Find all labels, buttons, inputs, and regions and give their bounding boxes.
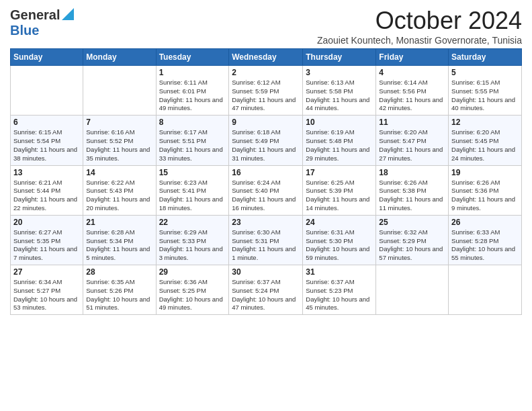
calendar-cell xyxy=(449,265,522,315)
logo-blue: Blue xyxy=(10,23,39,38)
cell-sun-info: Sunrise: 6:22 AMSunset: 5:43 PMDaylight:… xyxy=(86,179,152,213)
calendar-cell: 3Sunrise: 6:13 AMSunset: 5:58 PMDaylight… xyxy=(303,66,376,116)
cell-sun-info: Sunrise: 6:11 AMSunset: 6:01 PMDaylight:… xyxy=(159,79,226,113)
day-number: 20 xyxy=(13,218,80,227)
logo-triangle-icon xyxy=(62,8,74,23)
day-number: 9 xyxy=(232,118,300,127)
cell-sun-info: Sunrise: 6:17 AMSunset: 5:51 PMDaylight:… xyxy=(159,128,226,163)
calendar-week-row: 20Sunrise: 6:27 AMSunset: 5:35 PMDayligh… xyxy=(11,215,522,265)
col-header-friday: Friday xyxy=(376,49,449,66)
calendar-cell: 23Sunrise: 6:30 AMSunset: 5:31 PMDayligh… xyxy=(229,215,303,265)
cell-sun-info: Sunrise: 6:27 AMSunset: 5:35 PMDaylight:… xyxy=(13,228,80,263)
day-number: 12 xyxy=(451,118,519,127)
cell-sun-info: Sunrise: 6:29 AMSunset: 5:33 PMDaylight:… xyxy=(159,228,226,263)
calendar-cell: 8Sunrise: 6:17 AMSunset: 5:51 PMDaylight… xyxy=(156,116,229,165)
calendar-cell: 13Sunrise: 6:21 AMSunset: 5:44 PMDayligh… xyxy=(11,165,83,215)
cell-sun-info: Sunrise: 6:34 AMSunset: 5:27 PMDaylight:… xyxy=(13,278,80,312)
col-header-monday: Monday xyxy=(83,49,156,66)
calendar-cell xyxy=(83,66,156,116)
calendar-cell: 20Sunrise: 6:27 AMSunset: 5:35 PMDayligh… xyxy=(11,215,83,265)
cell-sun-info: Sunrise: 6:19 AMSunset: 5:48 PMDaylight:… xyxy=(306,128,373,163)
day-number: 15 xyxy=(159,168,226,177)
day-number: 25 xyxy=(379,218,445,227)
calendar-week-row: 1Sunrise: 6:11 AMSunset: 6:01 PMDaylight… xyxy=(11,66,522,116)
day-number: 21 xyxy=(86,218,152,227)
cell-sun-info: Sunrise: 6:15 AMSunset: 5:54 PMDaylight:… xyxy=(13,128,80,163)
day-number: 31 xyxy=(306,267,373,277)
cell-sun-info: Sunrise: 6:26 AMSunset: 5:36 PMDaylight:… xyxy=(451,179,519,213)
calendar-cell: 26Sunrise: 6:33 AMSunset: 5:28 PMDayligh… xyxy=(449,215,522,265)
calendar-cell: 4Sunrise: 6:14 AMSunset: 5:56 PMDaylight… xyxy=(376,66,449,116)
logo-general: General xyxy=(10,7,60,23)
cell-sun-info: Sunrise: 6:37 AMSunset: 5:23 PMDaylight:… xyxy=(306,278,373,312)
day-number: 28 xyxy=(86,267,152,277)
calendar-cell: 10Sunrise: 6:19 AMSunset: 5:48 PMDayligh… xyxy=(303,116,376,165)
day-number: 23 xyxy=(232,218,300,227)
calendar-cell: 9Sunrise: 6:18 AMSunset: 5:49 PMDaylight… xyxy=(229,116,303,165)
day-number: 10 xyxy=(306,118,373,127)
day-number: 1 xyxy=(159,68,226,77)
cell-sun-info: Sunrise: 6:21 AMSunset: 5:44 PMDaylight:… xyxy=(13,179,80,213)
calendar-cell: 11Sunrise: 6:20 AMSunset: 5:47 PMDayligh… xyxy=(376,116,449,165)
calendar-table: SundayMondayTuesdayWednesdayThursdayFrid… xyxy=(10,48,522,315)
day-number: 16 xyxy=(232,168,300,177)
day-number: 27 xyxy=(13,267,80,277)
logo: General Blue xyxy=(10,7,74,38)
calendar-cell: 15Sunrise: 6:23 AMSunset: 5:41 PMDayligh… xyxy=(156,165,229,215)
day-number: 14 xyxy=(86,168,152,177)
cell-sun-info: Sunrise: 6:13 AMSunset: 5:58 PMDaylight:… xyxy=(306,79,373,113)
day-number: 29 xyxy=(159,267,226,277)
calendar-cell: 22Sunrise: 6:29 AMSunset: 5:33 PMDayligh… xyxy=(156,215,229,265)
day-number: 5 xyxy=(451,68,519,77)
cell-sun-info: Sunrise: 6:20 AMSunset: 5:47 PMDaylight:… xyxy=(379,128,445,163)
calendar-cell: 18Sunrise: 6:26 AMSunset: 5:38 PMDayligh… xyxy=(376,165,449,215)
title-block: October 2024 Zaouiet Kountech, Monastir … xyxy=(317,7,522,46)
col-header-sunday: Sunday xyxy=(11,49,83,66)
cell-sun-info: Sunrise: 6:16 AMSunset: 5:52 PMDaylight:… xyxy=(86,128,152,163)
col-header-thursday: Thursday xyxy=(303,49,376,66)
calendar-cell: 25Sunrise: 6:32 AMSunset: 5:29 PMDayligh… xyxy=(376,215,449,265)
calendar-week-row: 27Sunrise: 6:34 AMSunset: 5:27 PMDayligh… xyxy=(11,265,522,315)
calendar-cell: 27Sunrise: 6:34 AMSunset: 5:27 PMDayligh… xyxy=(11,265,83,315)
calendar-cell: 21Sunrise: 6:28 AMSunset: 5:34 PMDayligh… xyxy=(83,215,156,265)
cell-sun-info: Sunrise: 6:35 AMSunset: 5:26 PMDaylight:… xyxy=(86,278,152,312)
cell-sun-info: Sunrise: 6:32 AMSunset: 5:29 PMDaylight:… xyxy=(379,228,445,263)
calendar-cell: 31Sunrise: 6:37 AMSunset: 5:23 PMDayligh… xyxy=(303,265,376,315)
cell-sun-info: Sunrise: 6:15 AMSunset: 5:55 PMDaylight:… xyxy=(451,79,519,113)
calendar-cell: 16Sunrise: 6:24 AMSunset: 5:40 PMDayligh… xyxy=(229,165,303,215)
calendar-week-row: 13Sunrise: 6:21 AMSunset: 5:44 PMDayligh… xyxy=(11,165,522,215)
day-number: 3 xyxy=(306,68,373,77)
header: General Blue October 2024 Zaouiet Kounte… xyxy=(10,7,522,46)
calendar-cell xyxy=(376,265,449,315)
cell-sun-info: Sunrise: 6:28 AMSunset: 5:34 PMDaylight:… xyxy=(86,228,152,263)
col-header-tuesday: Tuesday xyxy=(156,49,229,66)
day-number: 2 xyxy=(232,68,300,77)
cell-sun-info: Sunrise: 6:30 AMSunset: 5:31 PMDaylight:… xyxy=(232,228,300,263)
day-number: 22 xyxy=(159,218,226,227)
day-number: 19 xyxy=(451,168,519,177)
month-year-title: October 2024 xyxy=(317,7,522,35)
day-number: 7 xyxy=(86,118,152,127)
cell-sun-info: Sunrise: 6:23 AMSunset: 5:41 PMDaylight:… xyxy=(159,179,226,213)
day-number: 8 xyxy=(159,118,226,127)
cell-sun-info: Sunrise: 6:25 AMSunset: 5:39 PMDaylight:… xyxy=(306,179,373,213)
location-subtitle: Zaouiet Kountech, Monastir Governorate, … xyxy=(317,35,522,46)
day-number: 26 xyxy=(451,218,519,227)
calendar-cell: 24Sunrise: 6:31 AMSunset: 5:30 PMDayligh… xyxy=(303,215,376,265)
page: General Blue October 2024 Zaouiet Kounte… xyxy=(0,0,532,322)
cell-sun-info: Sunrise: 6:37 AMSunset: 5:24 PMDaylight:… xyxy=(232,278,300,312)
calendar-cell: 7Sunrise: 6:16 AMSunset: 5:52 PMDaylight… xyxy=(83,116,156,165)
day-number: 18 xyxy=(379,168,445,177)
calendar-header-row: SundayMondayTuesdayWednesdayThursdayFrid… xyxy=(11,49,522,66)
calendar-cell: 2Sunrise: 6:12 AMSunset: 5:59 PMDaylight… xyxy=(229,66,303,116)
day-number: 30 xyxy=(232,267,300,277)
svg-marker-0 xyxy=(62,8,74,20)
cell-sun-info: Sunrise: 6:33 AMSunset: 5:28 PMDaylight:… xyxy=(451,228,519,263)
calendar-cell: 17Sunrise: 6:25 AMSunset: 5:39 PMDayligh… xyxy=(303,165,376,215)
calendar-cell xyxy=(11,66,83,116)
calendar-cell: 30Sunrise: 6:37 AMSunset: 5:24 PMDayligh… xyxy=(229,265,303,315)
day-number: 13 xyxy=(13,168,80,177)
cell-sun-info: Sunrise: 6:26 AMSunset: 5:38 PMDaylight:… xyxy=(379,179,445,213)
col-header-saturday: Saturday xyxy=(449,49,522,66)
col-header-wednesday: Wednesday xyxy=(229,49,303,66)
